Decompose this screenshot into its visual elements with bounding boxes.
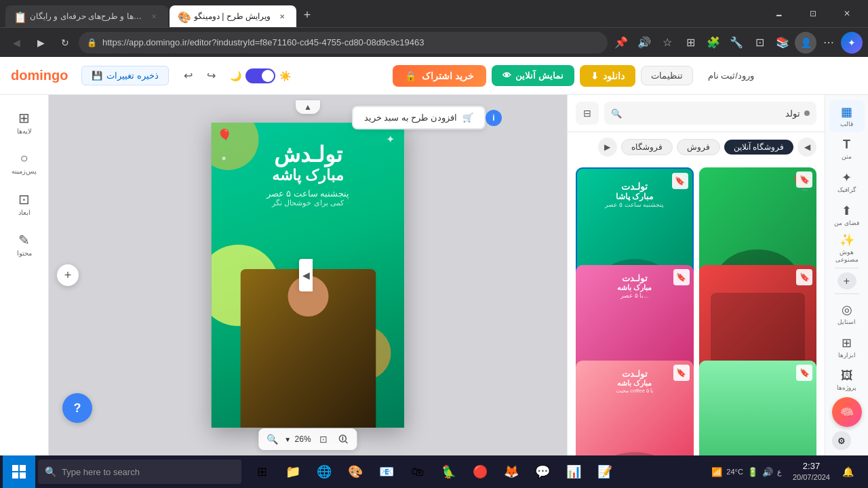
close-button[interactable]: ✕ bbox=[831, 3, 863, 24]
taskbar-icon-file[interactable]: 📁 bbox=[278, 457, 308, 487]
st-myfolder[interactable]: ⬆ فضای من bbox=[829, 199, 865, 231]
sidebar-item-layers[interactable]: ⊞ لایه‌ها bbox=[5, 103, 43, 141]
back-button[interactable]: ◀ bbox=[5, 32, 27, 54]
chips-nav-right[interactable]: ▶ bbox=[598, 138, 617, 157]
taskbar-icon-firefox[interactable]: 🦊 bbox=[496, 457, 526, 487]
search-input[interactable]: تولد bbox=[626, 108, 800, 119]
template-item-5[interactable]: تولـدت 🔖 🛒 bbox=[699, 361, 817, 455]
notification-button[interactable]: 🔔 bbox=[835, 460, 860, 484]
sidebar-item-content[interactable]: ✎ محتوا bbox=[5, 225, 43, 263]
help-button[interactable]: ? bbox=[62, 393, 92, 423]
favorites-button[interactable]: ☆ bbox=[656, 32, 678, 54]
toggle-track[interactable] bbox=[245, 68, 275, 83]
browser-ext3[interactable]: ⊡ bbox=[749, 32, 770, 54]
volume-icon[interactable]: 🔊 bbox=[762, 467, 773, 477]
chip-online-shop[interactable]: فروشگاه آنلاین bbox=[724, 140, 793, 155]
zoom-in-button[interactable] bbox=[336, 431, 352, 447]
taskbar-icon-red[interactable]: 🔴 bbox=[465, 457, 495, 487]
chip-shop[interactable]: فروشگاه bbox=[621, 139, 673, 155]
logo[interactable]: domingo bbox=[11, 68, 68, 83]
browser-titlebar: 📋 قالب‌ها و طرح‌های حرفه‌ای و رایگان ✕ 🎨… bbox=[0, 0, 868, 27]
collections-button[interactable]: ⊞ bbox=[679, 32, 701, 54]
sidebar-item-dimensions[interactable]: ⊡ ابعاد bbox=[5, 184, 43, 222]
add-to-sidebar-button[interactable]: 📌 bbox=[610, 32, 632, 54]
top-arrow[interactable]: ▲ bbox=[296, 100, 320, 114]
profile-button[interactable]: 👤 bbox=[795, 32, 816, 54]
add-element-button[interactable]: + bbox=[57, 264, 79, 286]
st-graphics[interactable]: ✦ گرافیک bbox=[829, 166, 865, 198]
ai-circle-button[interactable]: 🧠 bbox=[832, 397, 862, 427]
st-style[interactable]: ◎ استایل bbox=[829, 298, 865, 330]
auth-button[interactable]: ورود/ثبت نام bbox=[698, 66, 764, 85]
chips-nav-left[interactable]: ◀ bbox=[797, 138, 816, 157]
settings-menu-button[interactable]: ⋯ bbox=[818, 32, 840, 54]
st-ai[interactable]: ✨ هوش مصنوعی bbox=[829, 232, 865, 264]
sidebar-item-background[interactable]: ○ پس‌زمینه bbox=[5, 144, 43, 182]
browser-tab-1[interactable]: 📋 قالب‌ها و طرح‌های حرفه‌ای و رایگان ✕ bbox=[5, 5, 168, 27]
tab-close-2[interactable]: ✕ bbox=[276, 10, 288, 22]
st-projects[interactable]: 🖼 پروژه‌ها bbox=[829, 364, 865, 396]
info-button[interactable]: i bbox=[486, 110, 502, 126]
taskbar-icon-view[interactable]: ⊞ bbox=[247, 457, 277, 487]
panel-collapse-button[interactable]: ◀ bbox=[299, 259, 313, 291]
minimize-button[interactable]: 🗕 bbox=[764, 3, 795, 24]
forward-button[interactable]: ▶ bbox=[30, 32, 52, 54]
taskbar-clock[interactable]: 2:37 20/07/2024 bbox=[790, 461, 833, 482]
taskbar-icon-edge[interactable]: 🌐 bbox=[309, 457, 339, 487]
design-title: تولـدش bbox=[212, 143, 405, 167]
filter-button[interactable]: ⊟ bbox=[576, 102, 599, 125]
taskbar-icons: ⊞ 📁 🌐 🎨 📧 🛍 🦜 🔴 🦊 💬 📊 📝 bbox=[247, 457, 620, 487]
canvas-collapse-arrow[interactable]: ▲ bbox=[296, 100, 320, 114]
search-bar[interactable]: 🔍 تولد bbox=[604, 102, 816, 125]
copilot-button[interactable]: ✦ bbox=[841, 32, 863, 54]
temp-display: 24°C bbox=[726, 468, 743, 476]
wifi-icon[interactable]: 📶 bbox=[711, 467, 722, 477]
redo-button[interactable]: ↪ bbox=[200, 65, 222, 87]
cart-icon: 🛒 bbox=[462, 113, 473, 123]
fit-screen-button[interactable]: ⊡ bbox=[315, 431, 332, 447]
browser-ext4[interactable]: 📚 bbox=[772, 32, 793, 54]
maximize-button[interactable]: ⊡ bbox=[797, 3, 829, 24]
template-bookmark-4[interactable]: 🔖 bbox=[673, 269, 690, 285]
template-bookmark-2[interactable]: 🔖 bbox=[672, 173, 688, 189]
taskbar-icon-store[interactable]: 🛍 bbox=[403, 457, 433, 487]
taskbar-icon-telegram[interactable]: 💬 bbox=[528, 457, 557, 487]
save-label: ذخیره تغییرات bbox=[106, 70, 159, 81]
address-bar[interactable]: 🔒 https://app.domingo.ir/editor?industry… bbox=[79, 32, 608, 54]
st-tools[interactable]: ⊞ ابزارها bbox=[829, 331, 865, 363]
tab-close-1[interactable]: ✕ bbox=[148, 10, 160, 22]
read-aloud-button[interactable]: 🔊 bbox=[633, 32, 655, 54]
zoom-out-button[interactable]: 🔍 bbox=[264, 431, 280, 447]
taskbar-icon-excel[interactable]: 📊 bbox=[559, 457, 589, 487]
battery-icon[interactable]: 🔋 bbox=[747, 467, 758, 477]
template-bookmark-5[interactable]: 🔖 bbox=[796, 365, 812, 381]
taskbar-icon-mail[interactable]: 📧 bbox=[372, 457, 401, 487]
refresh-button[interactable]: ↻ bbox=[54, 32, 76, 54]
browser-ext1[interactable]: 🧩 bbox=[703, 32, 724, 54]
settings-button[interactable]: تنظیمات bbox=[641, 66, 693, 85]
online-preview-button[interactable]: 👁 نمایش آنلاین bbox=[492, 65, 574, 86]
settings-cog-button[interactable]: ⚙ bbox=[832, 431, 851, 450]
taskbar-icon-word[interactable]: 📝 bbox=[590, 457, 620, 487]
browser-tab-2[interactable]: 🎨 ویرایش طرح | دومینگو ✕ bbox=[170, 5, 296, 27]
taskbar-icon-domingo[interactable]: 🎨 bbox=[340, 457, 370, 487]
subscribe-button[interactable]: 🔒 خرید اشتراک bbox=[393, 65, 486, 87]
taskbar-search[interactable]: 🔍 Type here to search bbox=[38, 460, 241, 484]
dark-mode-toggle[interactable]: 🌙 ☀️ bbox=[230, 68, 291, 83]
template-bookmark-3[interactable]: 🔖 bbox=[796, 269, 812, 285]
zoom-percent: ▼ 26% bbox=[284, 434, 311, 444]
undo-button[interactable]: ↩ bbox=[177, 65, 199, 87]
start-button[interactable] bbox=[3, 455, 35, 488]
template-item-6[interactable]: تولـدت مبارک باشه با ۵ coffee محبت 🔖 🛒 bbox=[576, 361, 694, 455]
chip-sale[interactable]: فروش bbox=[677, 139, 720, 155]
new-tab-button[interactable]: + bbox=[298, 5, 317, 24]
st-template[interactable]: ▦ قالب bbox=[829, 100, 865, 132]
browser-ext2[interactable]: 🔧 bbox=[726, 32, 747, 54]
taskbar-icon-parrot[interactable]: 🦜 bbox=[434, 457, 464, 487]
add-tool-button[interactable]: + bbox=[837, 272, 856, 289]
download-button[interactable]: ⬇ دانلود bbox=[580, 65, 635, 87]
template-bookmark-6[interactable]: 🔖 bbox=[673, 365, 690, 381]
add-to-cart-button[interactable]: 🛒 افزودن طرح به سبد خرید bbox=[352, 106, 486, 129]
st-text[interactable]: T متن bbox=[829, 134, 865, 165]
save-button[interactable]: 💾 ذخیره تغییرات bbox=[81, 66, 169, 85]
